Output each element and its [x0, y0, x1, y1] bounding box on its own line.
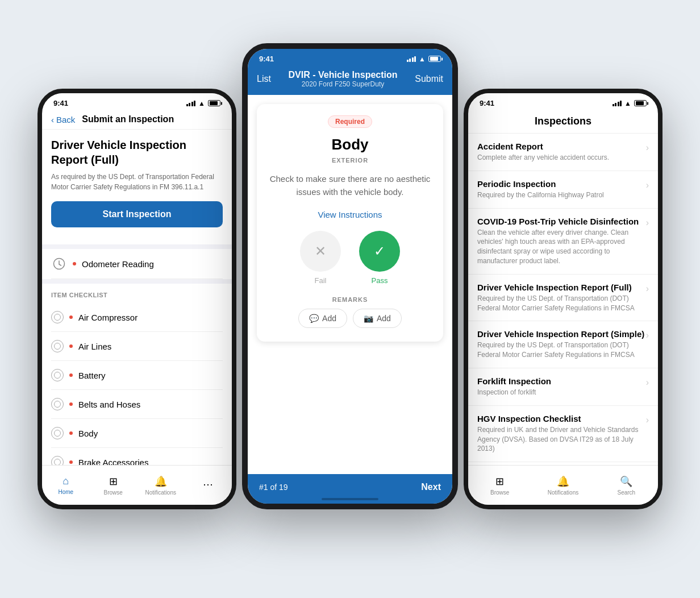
back-button[interactable]: ‹ Back: [51, 115, 75, 124]
wifi-icon: ▲: [198, 99, 205, 107]
list-item[interactable]: Body: [51, 419, 223, 448]
list-item[interactable]: Accident Report Complete after any vehic…: [468, 134, 658, 171]
checklist-item-label: Battery: [78, 371, 106, 380]
submit-button[interactable]: Submit: [415, 74, 443, 84]
list-item-content: Forklift Inspection Inspection of forkli…: [477, 376, 646, 397]
left-phone: 9:41 ▲ ‹ Back Submit an Inspection: [38, 89, 236, 509]
list-item[interactable]: COVID-19 Post-Trip Vehicle Disinfection …: [468, 209, 658, 275]
tab-browse[interactable]: ⊞ Browse: [90, 475, 138, 496]
photo-icon: 📷: [364, 314, 373, 323]
required-dot: [69, 344, 73, 348]
home-indicator: [322, 498, 378, 500]
signal-icon: [612, 101, 622, 106]
list-item-desc: Required in UK and the Driver and Vehicl…: [477, 425, 646, 454]
add-photo-button[interactable]: 📷 Add: [353, 309, 402, 328]
tab-search[interactable]: 🔍 Search: [595, 475, 658, 496]
check-circle-icon: [51, 369, 64, 381]
add-photo-label: Add: [377, 314, 391, 323]
list-item[interactable]: HGV Inspection Checklist Required in UK …: [468, 406, 658, 462]
section-divider: [38, 244, 236, 249]
chevron-right-icon: ›: [646, 143, 649, 153]
item-description: Check to make sure there are no aestheti…: [268, 173, 432, 198]
left-bottom-tab: ⌂ Home ⊞ Browse 🔔 Notifications ⋯: [42, 465, 232, 505]
bell-icon: 🔔: [155, 475, 167, 488]
battery-icon: [634, 100, 647, 106]
checklist-item-label: Air Lines: [78, 342, 111, 351]
fail-button[interactable]: ✕: [300, 231, 341, 272]
pass-button[interactable]: ✓: [359, 231, 400, 272]
chevron-right-icon: ›: [646, 180, 649, 190]
next-button[interactable]: Next: [421, 482, 441, 492]
list-item-desc: Inspection of forklift: [477, 388, 646, 397]
list-button[interactable]: List: [257, 74, 271, 84]
tab-notifications[interactable]: 🔔 Notifications: [137, 475, 185, 496]
checklist-divider: [38, 279, 236, 284]
list-item-content: COVID-19 Post-Trip Vehicle Disinfection …: [477, 217, 646, 266]
list-item[interactable]: Battery: [51, 361, 223, 390]
list-item[interactable]: Air Compressor: [51, 303, 223, 332]
report-title: Driver Vehicle Inspection Report (Full): [51, 138, 223, 167]
list-item-title: COVID-19 Post-Trip Vehicle Disinfection: [477, 217, 646, 226]
center-header: List DVIR - Vehicle Inspection 2020 Ford…: [248, 65, 452, 95]
item-name: Body: [268, 136, 432, 153]
list-item-title: Forklift Inspection: [477, 376, 646, 386]
right-bottom-tab: ⊞ Browse 🔔 Notifications 🔍 Search: [468, 465, 658, 505]
battery-icon: [208, 100, 220, 106]
start-inspection-button[interactable]: Start Inspection: [51, 201, 223, 227]
x-icon: ✕: [315, 243, 326, 259]
header-subtitle: 2020 Ford F250 SuperDuty: [289, 80, 398, 88]
remarks-label: REMARKS: [277, 296, 423, 303]
required-dot: [69, 431, 73, 435]
browse-icon: ⊞: [109, 475, 118, 488]
list-item-desc: Clean the vehicle after every driver cha…: [477, 228, 646, 266]
page-title: Inspections: [535, 115, 591, 127]
odometer-icon: [51, 256, 67, 272]
list-item[interactable]: Air Lines: [51, 332, 223, 361]
chevron-right-icon: ›: [646, 284, 649, 294]
page-title: Submit an Inspection: [82, 114, 174, 124]
svg-point-5: [55, 430, 61, 437]
home-icon: ⌂: [63, 475, 69, 487]
item-category: EXTERIOR: [268, 157, 432, 164]
right-time: 9:41: [480, 99, 494, 107]
fail-column: ✕ Fail: [300, 231, 341, 285]
add-text-button[interactable]: 💬 Add: [298, 309, 347, 328]
tab-browse[interactable]: ⊞ Browse: [468, 475, 531, 496]
wifi-icon: ▲: [624, 99, 631, 107]
header-center: DVIR - Vehicle Inspection 2020 Ford F250…: [289, 70, 398, 88]
list-item[interactable]: Periodic Inspection Required by the Cali…: [468, 171, 658, 209]
view-instructions-link[interactable]: View Instructions: [268, 210, 432, 219]
checklist-item-label: Body: [78, 429, 98, 438]
list-item[interactable]: Forklift Inspection Inspection of forkli…: [468, 368, 658, 406]
center-status-icons: ▲: [407, 55, 441, 63]
left-status-icons: ▲: [186, 99, 220, 107]
list-item-content: Periodic Inspection Required by the Cali…: [477, 179, 646, 200]
list-item-desc: Required by the US Dept. of Transportati…: [477, 294, 646, 313]
tab-home[interactable]: ⌂ Home: [42, 475, 90, 495]
tab-browse-label: Browse: [490, 489, 509, 496]
checklist-item-label: Air Compressor: [78, 313, 138, 322]
checklist-item-label: Belts and Hoses: [78, 400, 140, 409]
list-item-title: Accident Report: [477, 142, 646, 151]
tab-notifications-label: Notifications: [145, 489, 176, 496]
browse-icon: ⊞: [495, 475, 504, 488]
list-item[interactable]: Belts and Hoses: [51, 390, 223, 419]
svg-point-2: [55, 343, 61, 350]
chevron-left-icon: ‹: [51, 115, 54, 124]
chevron-right-icon: ›: [646, 415, 649, 425]
list-item[interactable]: Driver Vehicle Inspection Report (Simple…: [468, 321, 658, 368]
tab-more[interactable]: ⋯: [185, 478, 232, 492]
left-time: 9:41: [53, 99, 68, 107]
checklist-section: ITEM CHECKLIST Air Compressor Air Lines: [42, 284, 232, 477]
battery-icon: [428, 56, 441, 62]
list-item[interactable]: Driver Vehicle Inspection Report (Full) …: [468, 275, 658, 322]
center-time: 9:41: [259, 55, 274, 63]
pass-fail-row: ✕ Fail ✓ Pass: [268, 219, 432, 296]
required-dot: [69, 315, 73, 319]
left-content: Driver Vehicle Inspection Report (Full) …: [42, 130, 232, 244]
right-phone: 9:41 ▲ Inspections Acci: [464, 89, 663, 509]
check-circle-icon: [51, 398, 64, 410]
tab-notifications-label: Notifications: [548, 489, 578, 496]
required-dot: [69, 373, 73, 377]
tab-notifications[interactable]: 🔔 Notifications: [531, 475, 594, 496]
